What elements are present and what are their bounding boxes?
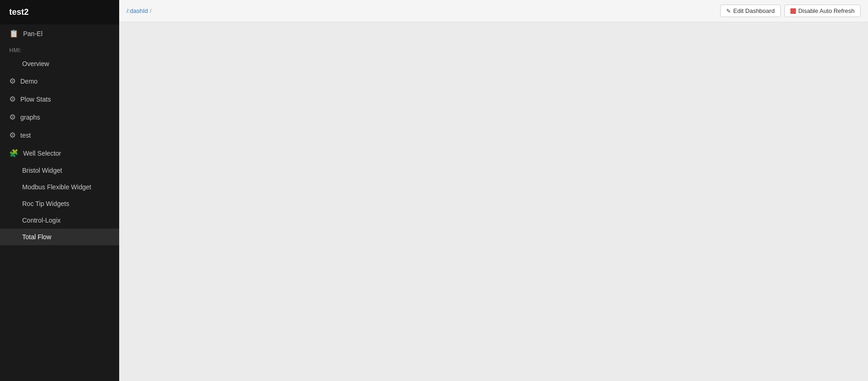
disable-auto-refresh-button[interactable]: Disable Auto Refresh bbox=[784, 5, 861, 17]
sidebar-item-label: graphs bbox=[20, 114, 40, 121]
sidebar-item-overview[interactable]: Overview bbox=[0, 55, 119, 72]
sidebar-item-well-selector[interactable]: 🧩 Well Selector bbox=[0, 144, 119, 162]
plow-stats-icon: ⚙ bbox=[9, 95, 16, 103]
modbus-flexible-widget-label: Modbus Flexible Widget bbox=[22, 183, 91, 191]
sidebar: test2 📋 Pan-El /:dashId HMI: Overview ⚙ … bbox=[0, 0, 119, 381]
sidebar-item-total-flow[interactable]: Total Flow bbox=[0, 229, 119, 245]
sidebar-item-test[interactable]: ⚙ test bbox=[0, 126, 119, 144]
edit-dashboard-label: Edit Dashboard bbox=[733, 7, 775, 14]
red-square-icon bbox=[790, 8, 796, 14]
sidebar-item-label: Well Selector bbox=[23, 150, 61, 157]
breadcrumb-link[interactable]: /:dashId bbox=[127, 7, 148, 14]
dashboard-area bbox=[119, 22, 868, 381]
bristol-widget-label: Bristol Widget bbox=[22, 167, 62, 174]
breadcrumb-separator: / bbox=[150, 7, 152, 14]
control-logix-label: Control-Logix bbox=[22, 217, 61, 224]
demo-icon: ⚙ bbox=[9, 77, 16, 85]
test-icon: ⚙ bbox=[9, 131, 16, 139]
overview-label: Overview bbox=[22, 60, 49, 67]
pan-el-icon: 📋 bbox=[9, 29, 18, 38]
main-content: /:dashId / ✎ Edit Dashboard Disable Auto… bbox=[119, 0, 868, 381]
graphs-icon: ⚙ bbox=[9, 113, 16, 121]
sidebar-item-demo[interactable]: ⚙ Demo bbox=[0, 72, 119, 90]
sidebar-item-pan-el[interactable]: 📋 Pan-El bbox=[0, 24, 119, 42]
edit-icon: ✎ bbox=[726, 8, 731, 14]
app-title: test2 bbox=[0, 0, 119, 24]
sidebar-item-plow-stats[interactable]: ⚙ Plow Stats bbox=[0, 90, 119, 108]
sidebar-item-label: Pan-El bbox=[23, 30, 42, 37]
sidebar-item-roc-tip-widgets[interactable]: Roc Tip Widgets bbox=[0, 195, 119, 212]
sidebar-item-label: Plow Stats bbox=[20, 96, 51, 103]
total-flow-label: Total Flow bbox=[22, 233, 51, 241]
roc-tip-widgets-label: Roc Tip Widgets bbox=[22, 200, 69, 207]
sidebar-item-label: Demo bbox=[20, 78, 37, 85]
sidebar-item-modbus-flexible-widget[interactable]: Modbus Flexible Widget bbox=[0, 179, 119, 195]
topbar-actions: ✎ Edit Dashboard Disable Auto Refresh bbox=[720, 5, 861, 17]
sidebar-item-bristol-widget[interactable]: Bristol Widget bbox=[0, 162, 119, 179]
sidebar-item-graphs[interactable]: ⚙ graphs bbox=[0, 108, 119, 126]
sidebar-section-hmi: /:dashId HMI: bbox=[0, 42, 119, 55]
sidebar-item-label: test bbox=[20, 132, 31, 139]
breadcrumb: /:dashId / bbox=[127, 7, 153, 14]
well-selector-icon: 🧩 bbox=[9, 149, 18, 157]
disable-auto-refresh-label: Disable Auto Refresh bbox=[798, 7, 855, 14]
edit-dashboard-button[interactable]: ✎ Edit Dashboard bbox=[720, 5, 781, 17]
sidebar-item-control-logix[interactable]: Control-Logix bbox=[0, 212, 119, 229]
topbar: /:dashId / ✎ Edit Dashboard Disable Auto… bbox=[119, 0, 868, 22]
